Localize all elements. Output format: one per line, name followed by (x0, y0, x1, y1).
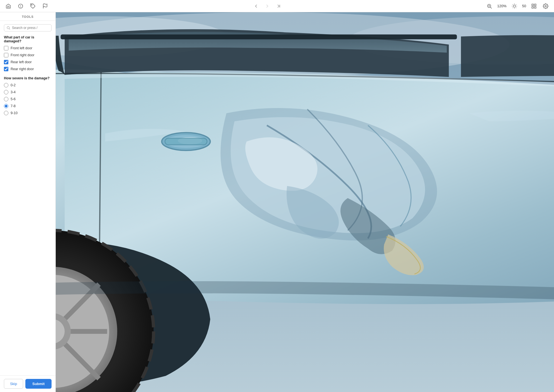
radio-3-4[interactable]: 3-4 (4, 90, 52, 94)
checkbox-rear-left-door-input[interactable] (4, 60, 8, 64)
svg-rect-20 (534, 4, 536, 6)
svg-line-17 (512, 8, 513, 8)
sidebar-title: TOOLS (0, 12, 55, 21)
submit-button[interactable]: Submit (25, 379, 52, 389)
radio-0-2-label: 0-2 (11, 83, 16, 87)
svg-rect-30 (61, 35, 457, 39)
checkbox-front-left-door-label: Front left door (11, 46, 32, 50)
tools-sidebar: TOOLS What part of car is damaged? Front… (0, 12, 56, 392)
skip-button[interactable]: Skip (4, 379, 23, 389)
svg-rect-34 (165, 138, 207, 145)
zoom-icon[interactable] (485, 2, 493, 10)
checkbox-rear-right-door[interactable]: Rear right door (4, 67, 52, 71)
checkbox-rear-right-door-label: Rear right door (11, 67, 34, 71)
question2-label: How severe is the damage? (4, 76, 52, 80)
svg-line-18 (516, 4, 516, 4)
checkbox-rear-left-door-label: Rear left door (11, 60, 32, 64)
svg-line-25 (9, 29, 10, 30)
top-toolbar: 120% 50 (0, 0, 554, 12)
radio-5-6-input[interactable] (4, 97, 8, 101)
radio-9-10-input[interactable] (4, 111, 8, 115)
checkbox-front-right-door-input[interactable] (4, 53, 8, 57)
svg-line-14 (516, 8, 516, 8)
checkbox-rear-left-door[interactable]: Rear left door (4, 60, 52, 64)
sidebar-footer: Skip Submit (0, 375, 55, 392)
checkbox-rear-right-door-input[interactable] (4, 67, 8, 71)
search-box[interactable] (4, 24, 52, 31)
radio-9-10-label: 9-10 (11, 111, 18, 115)
checkbox-front-left-door[interactable]: Front left door (4, 46, 52, 50)
flag-button[interactable] (41, 2, 49, 10)
top-bar-center (252, 2, 282, 10)
skip-to-end-button[interactable] (274, 2, 282, 10)
zoom-level-text: 120% (497, 4, 506, 8)
question1-label: What part of car is damaged? (4, 35, 52, 43)
sidebar-body: What part of car is damaged? Front left … (0, 21, 55, 375)
svg-point-3 (31, 4, 32, 5)
top-bar-left (4, 2, 49, 10)
checkbox-front-left-door-input[interactable] (4, 46, 8, 50)
radio-5-6-label: 5-6 (11, 97, 16, 101)
radio-7-8[interactable]: 7-8 (4, 104, 52, 108)
svg-rect-21 (532, 6, 534, 8)
checkbox-front-right-door-label: Front right door (11, 53, 34, 57)
radio-3-4-input[interactable] (4, 90, 8, 94)
top-bar-right: 120% 50 (485, 2, 550, 10)
radio-0-2-input[interactable] (4, 83, 8, 87)
svg-point-2 (21, 7, 21, 7)
main-content: TOOLS What part of car is damaged? Front… (0, 12, 554, 392)
radio-7-8-input[interactable] (4, 104, 8, 108)
image-viewer (56, 12, 554, 392)
svg-line-13 (512, 4, 513, 4)
svg-point-24 (7, 26, 9, 29)
radio-3-4-label: 3-4 (11, 90, 16, 94)
svg-rect-19 (532, 4, 534, 6)
info-button[interactable] (17, 2, 25, 10)
search-input[interactable] (12, 26, 49, 30)
brightness-value-text: 50 (522, 4, 526, 8)
svg-point-10 (513, 5, 515, 7)
back-button[interactable] (252, 2, 260, 10)
radio-5-6[interactable]: 5-6 (4, 97, 52, 101)
svg-rect-22 (534, 6, 536, 8)
radio-group: 0-2 3-4 5-6 7-8 9-10 (4, 83, 52, 115)
car-damage-image (56, 12, 554, 392)
search-icon (6, 26, 10, 30)
home-button[interactable] (4, 2, 12, 10)
radio-9-10[interactable]: 9-10 (4, 111, 52, 115)
svg-line-7 (490, 7, 492, 8)
forward-button[interactable] (263, 2, 271, 10)
settings-icon[interactable] (542, 2, 550, 10)
svg-point-23 (545, 5, 546, 7)
checkbox-front-right-door[interactable]: Front right door (4, 53, 52, 57)
radio-7-8-label: 7-8 (11, 104, 16, 108)
radio-0-2[interactable]: 0-2 (4, 83, 52, 87)
checkbox-group: Front left door Front right door Rear le… (4, 46, 52, 71)
grid-icon[interactable] (530, 2, 538, 10)
tag-button[interactable] (29, 2, 37, 10)
brightness-icon[interactable] (511, 2, 518, 10)
